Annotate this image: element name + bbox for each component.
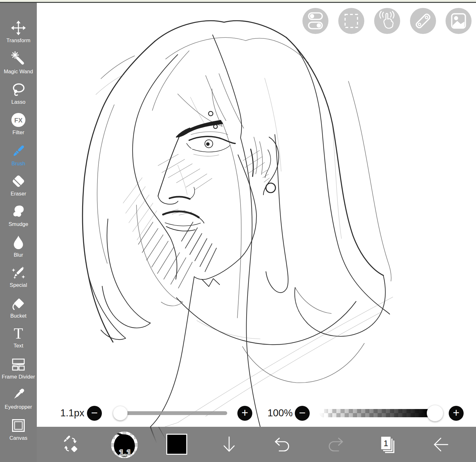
save-export-button[interactable] bbox=[219, 434, 240, 455]
sidebar-item-label: Magic Wand bbox=[4, 69, 33, 75]
opacity-slider-track[interactable] bbox=[320, 409, 437, 417]
sidebar-item-canvas[interactable]: Canvas bbox=[0, 416, 37, 446]
layers-icon: 1 bbox=[378, 434, 398, 455]
sidebar-item-text[interactable]: T Text bbox=[0, 324, 37, 353]
selection-icon bbox=[338, 8, 364, 34]
sidebar-item-special[interactable]: Special bbox=[0, 263, 37, 293]
brush-size-value: 1.1px bbox=[60, 407, 84, 419]
tool-sidebar: Transform Magic Wand Lasso FX Filter Bru… bbox=[0, 3, 37, 462]
canvas-icon bbox=[9, 416, 28, 435]
down-arrow-icon bbox=[219, 434, 239, 455]
undo-button[interactable] bbox=[272, 434, 293, 455]
sidebar-item-label: Canvas bbox=[10, 435, 28, 441]
sidebar-item-label: Brush bbox=[11, 161, 25, 167]
eraser-icon bbox=[9, 172, 28, 190]
eyedropper-icon bbox=[9, 385, 28, 404]
redo-button[interactable] bbox=[325, 434, 346, 455]
sidebar-item-label: Special bbox=[10, 282, 27, 288]
brush-eraser-swap-icon bbox=[60, 434, 81, 455]
filter-icon: FX bbox=[9, 111, 28, 129]
gesture-icon bbox=[374, 8, 400, 34]
selection-button[interactable] bbox=[338, 8, 364, 34]
canvas-artwork[interactable] bbox=[37, 3, 476, 462]
opacity-gradient bbox=[320, 409, 437, 417]
image-button[interactable] bbox=[446, 8, 472, 34]
brush-size-slider[interactable] bbox=[118, 411, 227, 415]
brush-icon bbox=[9, 142, 28, 160]
sidebar-item-label: Frame Divider bbox=[2, 374, 35, 380]
sidebar-item-label: Lasso bbox=[11, 99, 26, 105]
sidebar-item-eraser[interactable]: Eraser bbox=[0, 172, 37, 201]
brush-size-slider-thumb[interactable] bbox=[113, 406, 128, 420]
sidebar-item-magic-wand[interactable]: Magic Wand bbox=[0, 50, 37, 79]
brush-preview-button[interactable]: 1.1 bbox=[111, 432, 138, 458]
ruler-icon bbox=[410, 8, 436, 34]
toggles-icon bbox=[302, 8, 328, 34]
sidebar-item-eyedropper[interactable]: Eyedropper bbox=[0, 385, 37, 414]
sidebar-item-label: Filter bbox=[12, 129, 24, 135]
smudge-icon bbox=[9, 202, 28, 221]
bottom-toolbar: 1.1 1 bbox=[37, 427, 476, 462]
text-icon: T bbox=[9, 324, 28, 342]
back-button[interactable] bbox=[430, 434, 451, 455]
brush-size-increase-button[interactable]: + bbox=[237, 406, 252, 421]
sidebar-item-transform[interactable]: Transform bbox=[0, 19, 37, 48]
brush-size-slider-track[interactable] bbox=[118, 411, 227, 415]
svg-text:T: T bbox=[14, 325, 23, 341]
layer-count-badge: 1 bbox=[384, 439, 388, 448]
current-color-swatch[interactable] bbox=[166, 434, 187, 455]
sidebar-item-brush[interactable]: Brush bbox=[0, 142, 37, 171]
redo-icon bbox=[325, 434, 346, 455]
sidebar-item-label: Text bbox=[14, 343, 23, 349]
sidebar-item-lasso[interactable]: Lasso bbox=[0, 80, 37, 109]
sidebar-item-label: Blur bbox=[14, 252, 23, 258]
sidebar-item-blur[interactable]: Blur bbox=[0, 233, 37, 262]
paint-app-screen: Transform Magic Wand Lasso FX Filter Bru… bbox=[0, 0, 476, 462]
frame-divider-icon bbox=[9, 355, 28, 373]
sidebar-item-smudge[interactable]: Smudge bbox=[0, 202, 37, 232]
sidebar-item-label: Bucket bbox=[10, 313, 26, 319]
svg-text:FX: FX bbox=[14, 117, 23, 124]
special-icon bbox=[9, 263, 28, 282]
bucket-icon bbox=[9, 294, 28, 313]
sidebar-item-filter[interactable]: FX Filter bbox=[0, 111, 37, 140]
layers-button[interactable]: 1 bbox=[377, 434, 398, 455]
status-strip-divider bbox=[0, 2, 476, 3]
brush-eraser-swap-button[interactable] bbox=[60, 434, 81, 455]
transform-icon bbox=[9, 19, 28, 37]
sidebar-item-frame-divider[interactable]: Frame Divider bbox=[0, 355, 37, 384]
ruler-button[interactable] bbox=[410, 8, 436, 34]
lasso-icon bbox=[9, 80, 28, 99]
brush-size-decrease-button[interactable]: − bbox=[87, 406, 102, 421]
opacity-increase-button[interactable]: + bbox=[449, 406, 464, 421]
sidebar-item-label: Eyedropper bbox=[5, 404, 32, 410]
sketch-drawing bbox=[37, 3, 476, 427]
magic-wand-icon bbox=[9, 50, 28, 68]
back-arrow-icon bbox=[430, 434, 450, 455]
toggles-button[interactable] bbox=[302, 8, 328, 34]
sidebar-item-bucket[interactable]: Bucket bbox=[0, 294, 37, 323]
blur-icon bbox=[9, 233, 28, 252]
gesture-button[interactable] bbox=[374, 8, 400, 34]
opacity-slider-thumb[interactable] bbox=[427, 405, 443, 421]
brush-preview-size-label: 1.1 bbox=[111, 448, 138, 458]
undo-icon bbox=[272, 434, 293, 455]
opacity-value: 100% bbox=[268, 407, 293, 419]
image-icon bbox=[446, 8, 472, 34]
sidebar-item-label: Transform bbox=[6, 37, 30, 43]
opacity-decrease-button[interactable]: − bbox=[295, 406, 310, 421]
opacity-slider[interactable] bbox=[320, 409, 437, 417]
sidebar-item-label: Eraser bbox=[10, 191, 26, 197]
sidebar-item-label: Smudge bbox=[9, 221, 28, 227]
